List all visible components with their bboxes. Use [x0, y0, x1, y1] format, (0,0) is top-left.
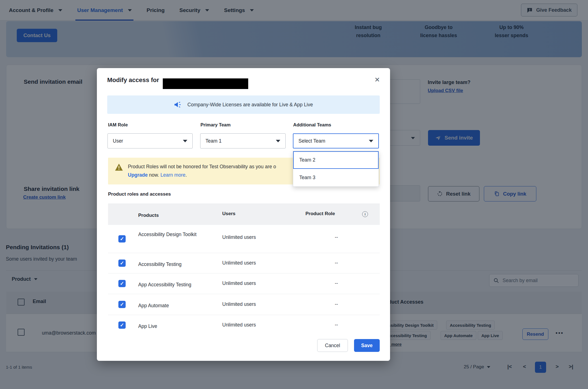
modal-table-header: Products Users Product Role i	[108, 203, 380, 225]
megaphone-icon	[174, 101, 182, 108]
cancel-button[interactable]: Cancel	[317, 339, 348, 352]
users-value: Unlimited users	[222, 301, 256, 307]
announcement-text: Company-Wide Licenses are available for …	[187, 102, 313, 108]
table-row: ✓ App Automate Unlimited users --	[108, 294, 380, 315]
products-column-header: Products	[138, 211, 211, 220]
dropdown-option-team2[interactable]: Team 2	[293, 151, 379, 169]
product-checkbox-checked[interactable]: ✓	[118, 260, 126, 267]
users-value: Unlimited users	[222, 260, 256, 266]
users-value: Unlimited users	[222, 280, 256, 286]
role-value: --	[335, 260, 338, 266]
role-value: --	[335, 234, 338, 240]
product-name: App Live	[138, 322, 211, 331]
modal-title: Modify access for	[107, 76, 159, 84]
chevron-down-icon	[183, 140, 187, 142]
upgrade-link[interactable]: Upgrade	[128, 172, 148, 178]
primary-team-value: Team 1	[205, 138, 221, 144]
users-value: Unlimited users	[222, 234, 256, 240]
additional-teams-select[interactable]: Select Team	[293, 133, 379, 148]
product-name: Accessibility Design Toolkit	[138, 230, 211, 239]
product-name: App Accessibility Testing	[138, 280, 211, 289]
chevron-down-icon	[369, 140, 373, 142]
company-wide-license-banner: Company-Wide Licenses are available for …	[107, 95, 380, 114]
role-value: --	[335, 322, 338, 328]
page-root: Account & Profile User Management Pricin…	[0, 0, 588, 389]
users-column-header: Users	[222, 211, 235, 217]
product-role-column-header: Product Role	[305, 211, 335, 217]
table-row: ✓ Accessibility Testing Unlimited users …	[108, 253, 380, 273]
primary-team-select[interactable]: Team 1	[200, 133, 286, 148]
warning-text: Product Roles will not be honored for Te…	[128, 162, 276, 179]
role-value: --	[335, 301, 338, 307]
iam-role-value: User	[113, 138, 123, 144]
additional-teams-value: Select Team	[298, 138, 325, 144]
product-name: Accessibility Testing	[138, 260, 211, 269]
warning-mid-text: now.	[148, 172, 161, 178]
table-row: ✓ App Live Unlimited users --	[108, 315, 380, 336]
product-checkbox-checked[interactable]: ✓	[118, 301, 126, 308]
save-button[interactable]: Save	[354, 339, 380, 352]
role-value: --	[335, 280, 338, 286]
warning-line1: Product Roles will not be honored for Te…	[128, 164, 276, 169]
iam-role-label: IAM Role	[108, 122, 128, 128]
product-checkbox-checked[interactable]: ✓	[118, 321, 126, 329]
modify-access-modal: Modify access for ✕ Company-Wide License…	[97, 68, 390, 361]
redacted-username	[163, 78, 248, 89]
users-value: Unlimited users	[222, 322, 256, 328]
table-row: ✓ Accessibility Design Toolkit Unlimited…	[108, 225, 380, 253]
dropdown-option-team3[interactable]: Team 3	[293, 169, 379, 186]
additional-teams-label: Additional Teams	[293, 122, 331, 128]
product-checkbox-checked[interactable]: ✓	[118, 235, 126, 242]
info-icon[interactable]: i	[362, 211, 368, 217]
learn-more-link[interactable]: Learn more	[161, 172, 186, 178]
additional-teams-dropdown: Team 2 Team 3	[293, 151, 379, 187]
product-checkbox-checked[interactable]: ✓	[118, 280, 126, 287]
product-roles-section-title: Product roles and accesses	[108, 191, 171, 197]
product-name: App Automate	[138, 301, 211, 310]
iam-role-select[interactable]: User	[107, 133, 193, 148]
warning-triangle-icon	[115, 163, 123, 171]
primary-team-label: Primary Team	[200, 122, 231, 128]
chevron-down-icon	[276, 140, 280, 142]
table-row: ✓ App Accessibility Testing Unlimited us…	[108, 273, 380, 294]
close-icon[interactable]: ✕	[374, 76, 380, 83]
warning-period: .	[185, 172, 187, 178]
